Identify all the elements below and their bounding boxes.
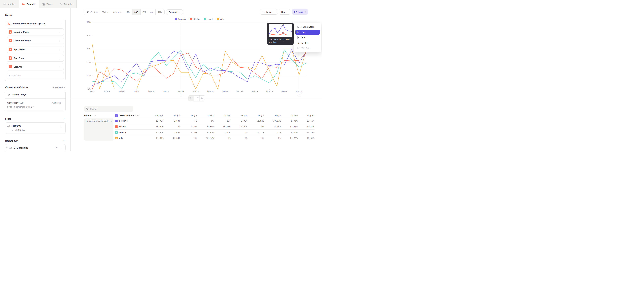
legend-swatch — [204, 18, 206, 20]
filter-operator[interactable]: Is — [12, 129, 14, 131]
advanced-dropdown[interactable]: Advanced — [53, 86, 65, 88]
column-header-may-9[interactable]: May 9 — [281, 113, 298, 118]
cell-ads-may-4: 16.67% — [197, 135, 214, 141]
table-row-label-organic[interactable]: $organic — [115, 118, 144, 124]
checkbox-checked[interactable] — [115, 137, 118, 140]
range-6m[interactable]: 6M — [148, 10, 156, 15]
checkbox-checked[interactable] — [115, 125, 118, 128]
y-axis-label: 10% — [82, 74, 90, 76]
menu-item-funnel-steps[interactable]: Funnel Steps — [295, 24, 320, 29]
funnel-step-app-open[interactable]: 4App Open⋮ — [7, 54, 64, 62]
checkbox-checked[interactable] — [115, 120, 118, 122]
column-header-may-6[interactable]: May 6 — [231, 113, 248, 118]
funnel-step-landing-page[interactable]: 1Landing Page⋮ — [7, 28, 64, 36]
kebab-icon[interactable]: ⋮ — [59, 124, 63, 128]
range-30d[interactable]: 30D — [132, 10, 140, 15]
all-steps-dropdown[interactable]: All Steps — [52, 102, 63, 104]
tab-insights[interactable]: Insights — [0, 0, 19, 8]
range-today[interactable]: Today — [100, 10, 111, 15]
funnel-step-app-install[interactable]: 3App Install⋮ — [7, 46, 64, 53]
menu-item-bar[interactable]: Bar — [295, 35, 320, 40]
table-row-label-search[interactable]: search — [115, 130, 144, 135]
property-type-icon: Aa — [7, 125, 10, 127]
kebab-icon[interactable]: ⋮ — [58, 30, 62, 34]
x-axis-label: May 12 — [161, 90, 172, 92]
add-breakdown-button[interactable]: + — [63, 139, 65, 142]
column-header-may-2[interactable]: May 2 — [164, 113, 180, 118]
close-icon[interactable]: ✕ — [55, 147, 58, 149]
legend-item-ads[interactable]: ads — [217, 18, 224, 20]
table-row-label-ads[interactable]: ads — [115, 135, 144, 141]
column-header-may-8[interactable]: May 8 — [264, 113, 281, 118]
filter-segment-dropdown[interactable]: Filter + Segment on Step 1 — [7, 105, 63, 109]
legend-swatch — [190, 18, 192, 20]
funnel-step-sign-up[interactable]: 5Sign Up⋮ — [7, 63, 64, 70]
series-line-ads[interactable] — [92, 45, 306, 89]
range-custom[interactable]: Custom — [84, 10, 100, 15]
menu-item-metric[interactable]: #Metric — [295, 40, 320, 45]
layout-panel-top-icon[interactable] — [194, 96, 200, 101]
chevron-down-icon — [33, 106, 35, 108]
series-line-organic[interactable] — [92, 50, 306, 86]
kebab-icon[interactable]: ⋮ — [58, 65, 62, 68]
column-header-average[interactable]: Average — [144, 113, 164, 118]
cell-ads-may-5: 0% — [214, 135, 231, 141]
tab-retention[interactable]: Retention — [56, 0, 77, 8]
filter-platform-card[interactable]: Aa Platform ⋮ Is iOS Native — [5, 122, 66, 134]
column-header-may-4[interactable]: May 4 — [197, 113, 214, 118]
add-step-button[interactable]: + Add Step — [7, 72, 64, 79]
series-line-search[interactable] — [92, 50, 306, 89]
scale-dropdown-button[interactable]: Linear — [260, 9, 278, 14]
conversion-window-row[interactable]: Within 7 days — [5, 91, 66, 99]
legend-item-search[interactable]: search — [204, 18, 213, 20]
tab-flows[interactable]: Flows — [39, 0, 56, 8]
kebab-icon[interactable]: ⋮ — [60, 146, 64, 150]
main-content: CustomTodayYesterday7D30D3M6M12M Compare… — [71, 8, 322, 151]
menu-item-line[interactable]: Line — [295, 30, 320, 34]
range-7d[interactable]: 7D — [125, 10, 132, 15]
annotation-badge[interactable]: 1 — [179, 92, 183, 96]
top-paths-icon — [297, 47, 300, 50]
kebab-icon[interactable]: ⋮ — [58, 48, 62, 51]
layout-split-horizontal-icon[interactable] — [188, 96, 194, 101]
insights-icon — [3, 3, 6, 5]
range-12m[interactable]: 12M — [156, 10, 164, 15]
legend-item-organic[interactable]: $organic — [175, 18, 186, 20]
x-axis-label: May 8 — [131, 90, 142, 92]
column-header-may-10[interactable]: May 10 — [298, 113, 314, 118]
kebab-icon[interactable]: ⋮ — [59, 22, 63, 25]
column-header-may-7[interactable]: May 7 — [248, 113, 264, 118]
annotation-badge[interactable]: 1 — [297, 92, 301, 96]
breakdown-column-header[interactable]: UTM Medium4 — [115, 113, 144, 118]
tab-funnels[interactable]: Funnels — [19, 0, 39, 8]
checkbox-checked[interactable] — [115, 131, 118, 134]
compare-button[interactable]: Compare — [166, 10, 183, 15]
funnel-header-row[interactable]: Landing Page through Sign Up ⋮ — [7, 21, 64, 27]
metric-heading: Metric — [5, 14, 66, 16]
checkbox-checked[interactable] — [115, 114, 118, 117]
layout-panel-bottom-icon[interactable] — [200, 96, 205, 101]
table-row-label-sidebar[interactable]: sidebar — [115, 124, 144, 130]
cell-search-may-3: 5.26% — [180, 130, 197, 135]
range-yesterday[interactable]: Yesterday — [111, 10, 125, 15]
interval-dropdown-button[interactable]: Day — [279, 9, 290, 14]
column-header-may-3[interactable]: May 3 — [180, 113, 197, 118]
cell-sidebar-may-6: 14.29% — [231, 124, 248, 130]
add-filter-button[interactable]: + — [63, 117, 65, 120]
column-header-may-5[interactable]: May 5 — [214, 113, 231, 118]
breakdown-heading: Breakdown — [5, 140, 18, 142]
kebab-icon[interactable]: ⋮ — [58, 56, 62, 60]
legend-item-sidebar[interactable]: sidebar — [190, 18, 200, 20]
chevron-down-icon — [179, 11, 180, 13]
funnel-column-header[interactable]: Funnel1 — [84, 113, 115, 118]
drag-handle-icon[interactable] — [6, 147, 8, 149]
filter-value[interactable]: iOS Native — [16, 129, 26, 131]
step-number-badge: 3 — [8, 48, 12, 51]
funnel-step-download-page[interactable]: 2Download Page⋮ — [7, 37, 64, 44]
breakdown-utm-card[interactable]: Aa UTM Medium ✕ ⋮ — [5, 144, 66, 151]
search-input[interactable]: Search — [84, 106, 133, 112]
kebab-icon[interactable]: ⋮ — [58, 39, 62, 42]
chart-type-dropdown-button[interactable]: Line — [292, 9, 308, 14]
chart-type-tooltip: Line charts display trends over time. — [267, 23, 294, 45]
range-3m[interactable]: 3M — [140, 10, 148, 15]
